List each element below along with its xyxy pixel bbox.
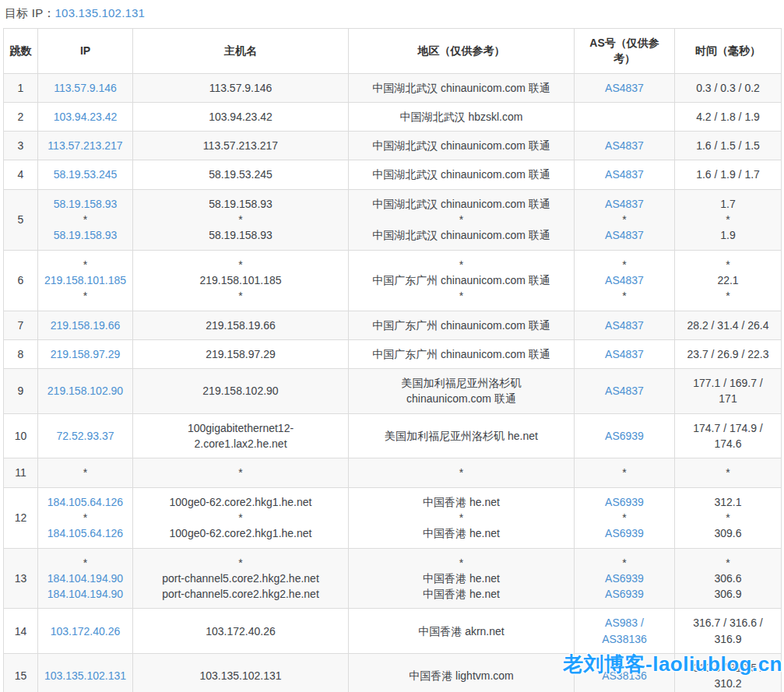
ip-link[interactable]: 184.104.194.90 [43,571,128,586]
asn-link[interactable]: AS4837 [579,80,670,96]
table-row: 458.19.53.24558.19.53.245中国湖北武汉 chinauni… [4,160,782,189]
ip-link[interactable]: 103.94.23.42 [43,109,128,125]
traceroute-page: 目标 IP：103.135.102.131 跳数 IP 主机名 地区（仅供参考）… [0,0,784,692]
asn-cell-text: * [579,257,670,272]
asn-cell: AS4837*AS4837 [575,189,675,250]
asn-link[interactable]: AS983 / [579,615,670,631]
asn-link[interactable]: AS6939 [579,586,670,602]
ip-cell: * [38,458,133,487]
time-cell: *306.6306.9 [675,548,782,609]
host-cell-text: 113.57.9.146 [138,80,343,96]
asn-link[interactable]: AS4837 [579,167,670,182]
asn-link[interactable]: AS4837 [579,196,670,212]
time-cell: 4.2 / 1.8 / 1.9 [675,102,782,131]
time-cell: 1.6 / 1.9 / 1.7 [675,160,782,189]
host-cell-text: 219.158.19.66 [138,318,343,333]
asn-link[interactable]: AS4837 [579,272,670,288]
host-cell-text: 103.172.40.26 [138,624,343,639]
ip-cell-text: * [43,465,128,480]
ip-link[interactable]: 219.158.101.185 [43,272,128,288]
time-cell: 1.7*1.9 [675,189,782,250]
time-cell-text: * [680,257,776,272]
time-cell-text: * [680,288,776,304]
time-cell: 316.7 / 316.6 /316.9 [675,609,782,654]
host-cell: 103.94.23.42 [133,102,349,131]
ip-cell: *219.158.101.185* [38,250,133,311]
asn-link[interactable]: AS38136 [579,631,670,647]
region-cell: 美国加利福尼亚州洛杉矶chinaunicom.com 联通 [349,369,575,414]
host-cell: 58.19.53.245 [133,160,349,189]
time-cell-text: 1.6 / 1.5 / 1.5 [680,138,776,153]
time-cell-text: 306.9 [680,586,776,602]
region-cell: 中国香港 lightvm.com [349,654,575,692]
hop-cell: 1 [4,73,38,102]
asn-link[interactable]: AS6939 [579,525,670,541]
host-cell-text: 58.19.158.93 [138,227,343,243]
region-cell: * [349,458,575,487]
ip-link[interactable]: 58.19.53.245 [43,167,128,182]
host-cell: *port-channel5.core2.hkg2.he.netport-cha… [133,548,349,609]
time-cell: 310.3 / 310.5 /310.2 [675,654,782,692]
table-row: 3113.57.213.217113.57.213.217中国湖北武汉 chin… [4,132,782,160]
ip-link[interactable]: 184.104.194.90 [43,586,128,602]
table-row: 14103.172.40.26103.172.40.26中国香港 akrn.ne… [4,609,782,654]
asn-link[interactable]: AS6939 [579,494,670,510]
ip-link[interactable]: 113.57.213.217 [43,138,128,153]
asn-link[interactable]: AS4837 [579,318,670,333]
host-cell-text: * [138,465,343,480]
ip-cell: 103.172.40.26 [38,609,133,654]
time-cell: 174.7 / 174.9 /174.6 [675,413,782,458]
ip-link[interactable]: 58.19.158.93 [43,227,128,243]
asn-link[interactable]: AS4837 [579,346,670,362]
table-row: 13*184.104.194.90184.104.194.90*port-cha… [4,548,782,609]
ip-link[interactable]: 184.105.64.126 [43,525,128,541]
asn-link[interactable]: AS4837 [579,138,670,153]
ip-link[interactable]: 113.57.9.146 [43,80,128,96]
ip-link[interactable]: 58.19.158.93 [43,196,128,212]
asn-link[interactable]: AS38136 [579,668,670,683]
table-row: 1113.57.9.146113.57.9.146中国湖北武汉 chinauni… [4,73,782,102]
asn-link[interactable]: AS4837 [579,383,670,399]
host-cell: 58.19.158.93*58.19.158.93 [133,189,349,250]
ip-cell: 219.158.97.29 [38,339,133,368]
target-ip-link[interactable]: 103.135.102.131 [55,6,146,19]
region-cell-text: * [353,510,569,525]
hop-number: 12 [15,511,27,524]
column-header-ip: IP [38,29,133,74]
time-cell-text: 1.7 [680,196,776,212]
region-cell-text: chinaunicom.com 联通 [353,391,569,406]
time-cell-text: 4.2 / 1.8 / 1.9 [680,109,776,125]
host-cell-text: port-channel5.core2.hkg2.he.net [138,571,343,586]
time-cell-text: * [680,212,776,227]
asn-link[interactable]: AS4837 [579,227,670,243]
region-cell: 美国加利福尼亚州洛杉矶 he.net [349,413,575,458]
region-cell: 中国广东广州 chinaunicom.com 联通 [349,339,575,368]
ip-link[interactable]: 103.172.40.26 [43,624,128,639]
asn-cell [575,102,675,131]
region-cell: 中国湖北武汉 chinaunicom.com 联通 [349,160,575,189]
asn-link[interactable]: AS6939 [579,571,670,586]
hop-number: 11 [15,466,26,479]
region-cell-text: 中国湖北武汉 chinaunicom.com 联通 [353,167,569,182]
asn-link[interactable]: AS6939 [579,428,670,444]
time-cell-text: 171 [680,391,776,406]
ip-link[interactable]: 219.158.19.66 [43,318,128,333]
ip-link[interactable]: 184.105.64.126 [43,494,128,510]
host-cell-text: 100ge0-62.core2.hkg1.he.net [138,525,343,541]
hop-cell: 9 [4,369,38,414]
asn-cell: AS4837 [575,132,675,160]
region-cell-text: 中国湖北武汉 chinaunicom.com 联通 [353,80,569,96]
table-row: 2103.94.23.42103.94.23.42中国湖北武汉 hbzskl.c… [4,102,782,131]
table-row: 8219.158.97.29219.158.97.29中国广东广州 chinau… [4,339,782,368]
region-cell-text: 中国香港 he.net [353,571,569,586]
ip-link[interactable]: 72.52.93.37 [43,428,128,444]
ip-link[interactable]: 103.135.102.131 [43,668,128,683]
host-cell: 100ge0-62.core2.hkg1.he.net*100ge0-62.co… [133,487,349,548]
trace-table-body: 1113.57.9.146113.57.9.146中国湖北武汉 chinauni… [4,73,782,692]
ip-link[interactable]: 219.158.102.90 [43,383,128,399]
asn-cell: AS4837 [575,369,675,414]
asn-cell: AS4837 [575,73,675,102]
ip-link[interactable]: 219.158.97.29 [43,346,128,362]
time-cell: 28.2 / 31.4 / 26.4 [675,311,782,339]
time-cell: 23.7 / 26.9 / 22.3 [675,339,782,368]
